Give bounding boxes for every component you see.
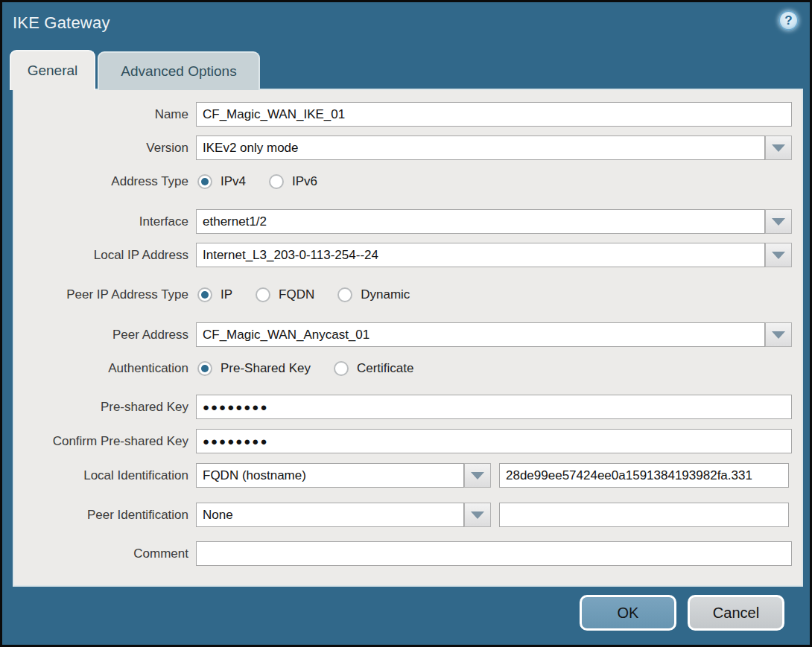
pre-shared-key-radio-label: Pre-Shared Key [221, 361, 311, 376]
local-ip-address-label: Local IP Address [14, 243, 188, 267]
version-label: Version [14, 136, 188, 160]
chevron-down-icon [772, 331, 785, 339]
ipv4-radio-label: IPv4 [221, 174, 246, 189]
name-input[interactable] [196, 102, 792, 127]
ip-radio[interactable] [197, 287, 212, 302]
peer-identification-value-input[interactable] [499, 503, 789, 527]
chevron-down-icon [471, 511, 484, 519]
peer-type-option-fqdn[interactable]: FQDN [256, 287, 314, 302]
peer-address-label: Peer Address [14, 322, 188, 347]
dialog-footer: OK Cancel [2, 587, 810, 645]
help-icon[interactable]: ? [778, 10, 799, 31]
ike-gateway-dialog: IKE Gateway ? General Advanced Options N… [0, 0, 812, 647]
auth-option-certificate[interactable]: Certificate [334, 361, 414, 376]
ipv6-radio[interactable] [269, 174, 284, 189]
local-identification-label: Local Identification [14, 463, 188, 488]
dynamic-radio[interactable] [337, 287, 352, 302]
peer-type-option-ip[interactable]: IP [197, 287, 232, 302]
authentication-radio-group: Pre-Shared Key Certificate [197, 356, 437, 380]
peer-address-select[interactable]: CF_Magic_WAN_Anycast_01 [196, 322, 765, 347]
local-identification-value-input[interactable] [499, 463, 789, 488]
peer-identification-label: Peer Identification [14, 503, 188, 527]
tab-advanced-options[interactable]: Advanced Options [98, 51, 260, 90]
ipv6-radio-label: IPv6 [292, 174, 317, 189]
tab-general[interactable]: General [10, 50, 95, 90]
address-type-option-ipv6[interactable]: IPv6 [269, 174, 317, 189]
chevron-down-icon [471, 472, 484, 479]
local-identification-type-select[interactable]: FQDN (hostname) [196, 463, 464, 488]
cancel-button[interactable]: Cancel [688, 595, 784, 631]
name-label: Name [14, 102, 188, 127]
certificate-radio-label: Certificate [357, 361, 414, 376]
version-dropdown-button[interactable] [765, 136, 792, 160]
interface-label: Interface [14, 209, 188, 234]
interface-select[interactable]: ethernet1/2 [196, 209, 765, 234]
auth-option-pre-shared-key[interactable]: Pre-Shared Key [197, 361, 311, 376]
local-ip-address-select[interactable]: Internet_L3_203-0-113-254--24 [196, 243, 765, 267]
peer-identification-dropdown-button[interactable] [464, 503, 491, 527]
ip-radio-label: IP [221, 287, 232, 302]
interface-dropdown-button[interactable] [765, 209, 792, 234]
local-ip-address-dropdown-button[interactable] [765, 243, 792, 267]
authentication-label: Authentication [14, 356, 188, 380]
comment-input[interactable] [196, 541, 792, 566]
confirm-pre-shared-key-label: Confirm Pre-shared Key [14, 429, 188, 453]
certificate-radio[interactable] [334, 361, 349, 376]
chevron-down-icon [772, 252, 785, 259]
peer-ip-address-type-radio-group: IP FQDN Dynamic [197, 282, 433, 307]
fqdn-radio[interactable] [256, 287, 270, 302]
ok-button[interactable]: OK [580, 595, 676, 631]
pre-shared-key-label: Pre-shared Key [14, 395, 188, 419]
fqdn-radio-label: FQDN [279, 287, 314, 302]
pre-shared-key-radio[interactable] [197, 361, 212, 376]
title-bar: IKE Gateway ? [2, 2, 810, 48]
comment-label: Comment [14, 541, 188, 566]
chevron-down-icon [772, 218, 785, 226]
peer-ip-address-type-label: Peer IP Address Type [14, 282, 188, 307]
local-identification-dropdown-button[interactable] [464, 463, 491, 488]
peer-identification-type-select[interactable]: None [196, 503, 464, 527]
peer-address-dropdown-button[interactable] [765, 322, 792, 347]
confirm-pre-shared-key-input[interactable] [196, 429, 792, 453]
dialog-title: IKE Gateway [13, 13, 110, 33]
pre-shared-key-input[interactable] [196, 395, 792, 419]
ipv4-radio[interactable] [197, 174, 212, 189]
chevron-down-icon [772, 144, 785, 152]
dynamic-radio-label: Dynamic [361, 287, 410, 302]
address-type-option-ipv4[interactable]: IPv4 [197, 174, 246, 189]
address-type-radio-group: IPv4 IPv6 [197, 169, 340, 194]
general-tab-panel: Name Version IKEv2 only mode Address Typ… [13, 89, 803, 587]
version-select[interactable]: IKEv2 only mode [196, 136, 765, 160]
peer-type-option-dynamic[interactable]: Dynamic [337, 287, 410, 302]
address-type-label: Address Type [14, 169, 188, 194]
tab-bar: General Advanced Options [10, 50, 260, 90]
